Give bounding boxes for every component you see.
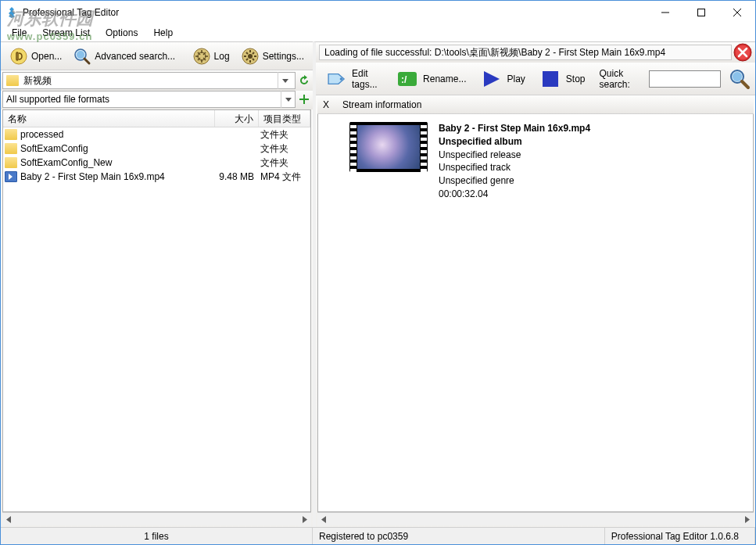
path-text: 新视频	[23, 74, 52, 88]
app-icon	[5, 6, 18, 19]
scroll-right-button[interactable]	[298, 513, 311, 526]
scroll-right-button-right[interactable]	[740, 513, 754, 526]
settings-icon	[241, 47, 260, 66]
stream-title: Stream information	[335, 99, 421, 110]
file-size: 9.48 MB	[213, 171, 257, 182]
filter-dropdown[interactable]: All supported file formats	[2, 91, 296, 108]
menu-options[interactable]: Options	[99, 26, 144, 40]
stream-body: Baby 2 - First Step Main 16x9.mp4 Unspec…	[317, 114, 754, 512]
list-item[interactable]: Baby 2 - First Step Main 16x9.mp49.48 MB…	[3, 170, 310, 184]
folder-icon	[6, 75, 19, 86]
menu-file[interactable]: File	[5, 26, 33, 40]
path-row: 新视频	[1, 70, 313, 91]
rename-icon: :/	[396, 68, 418, 90]
svg-rect-17	[543, 71, 558, 87]
file-type: 文件夹	[257, 156, 309, 170]
play-label: Play	[507, 74, 525, 84]
play-button[interactable]: Play	[474, 66, 531, 92]
left-toolbar: Open... Advanced search... Log Settings.	[1, 42, 313, 70]
svg-line-20	[742, 81, 748, 88]
file-type: MP4 文件	[257, 170, 309, 184]
media-item[interactable]: Baby 2 - First Step Main 16x9.mp4 Unspec…	[349, 122, 745, 201]
log-label: Log	[214, 51, 230, 62]
stop-button[interactable]: Stop	[533, 66, 592, 92]
svg-point-19	[733, 72, 742, 81]
column-name[interactable]: 名称	[3, 110, 215, 127]
stop-icon	[539, 68, 561, 90]
edit-tags-button[interactable]: Edit tags...	[321, 66, 389, 92]
horizontal-scrollbar-right[interactable]	[317, 512, 754, 525]
status-message: Loading of file successful: D:\tools\桌面\…	[319, 45, 732, 60]
list-header: 名称 大小 项目类型	[3, 110, 310, 127]
scroll-left-button-right[interactable]	[317, 513, 331, 526]
filter-row-wrap: All supported file formats	[1, 91, 313, 109]
horizontal-scrollbar[interactable]	[2, 512, 311, 525]
file-list[interactable]: 名称 大小 项目类型 processed文件夹SoftExamConfig文件夹…	[2, 109, 311, 512]
minimize-button[interactable]	[647, 1, 683, 24]
list-item[interactable]: SoftExamConfig_New文件夹	[3, 156, 310, 170]
file-name: SoftExamConfig_New	[20, 157, 213, 168]
open-icon	[9, 47, 28, 66]
advanced-search-label: Advanced search...	[95, 51, 175, 62]
right-panel: Loading of file successful: D:\tools\桌面\…	[313, 41, 755, 527]
list-item[interactable]: SoftExamConfig文件夹	[3, 142, 310, 156]
menu-stream-list[interactable]: Stream List	[36, 26, 96, 40]
edit-tags-label: Edit tags...	[352, 68, 382, 90]
column-type[interactable]: 项目类型	[259, 110, 310, 127]
rename-label: Rename...	[423, 74, 466, 84]
media-duration: 00:00:32.04	[439, 188, 590, 201]
menu-help[interactable]: Help	[147, 26, 179, 40]
path-dropdown-arrow[interactable]	[278, 72, 292, 89]
svg-rect-1	[698, 9, 705, 16]
search-button[interactable]	[729, 68, 751, 90]
folder-icon	[5, 157, 17, 168]
svg-text::/: :/	[401, 74, 407, 85]
close-stream-button[interactable]: X	[317, 99, 335, 110]
close-status-icon[interactable]	[733, 43, 752, 62]
filter-dropdown-arrow[interactable]	[281, 91, 295, 108]
path-input[interactable]: 新视频	[2, 72, 296, 89]
media-thumbnail	[349, 122, 428, 172]
search-icon	[73, 47, 91, 66]
file-name: processed	[20, 129, 213, 140]
svg-line-7	[84, 59, 89, 63]
refresh-button[interactable]	[297, 73, 311, 88]
quick-search-input[interactable]	[649, 70, 721, 88]
status-file-count: 1 files	[1, 528, 313, 544]
file-name: SoftExamConfig	[20, 143, 213, 154]
svg-point-14	[340, 77, 343, 81]
stop-label: Stop	[566, 74, 586, 84]
media-album: Unspecified album	[439, 135, 590, 149]
rename-button[interactable]: :/ Rename...	[390, 66, 472, 92]
open-button[interactable]: Open...	[5, 45, 66, 68]
media-info: Baby 2 - First Step Main 16x9.mp4 Unspec…	[439, 122, 590, 201]
log-button[interactable]: Log	[188, 45, 235, 68]
advanced-search-button[interactable]: Advanced search...	[68, 45, 180, 68]
media-release: Unspecified release	[439, 149, 590, 162]
window-title: Professional Tag Editor	[23, 7, 647, 18]
scroll-left-button[interactable]	[2, 513, 16, 526]
folder-icon	[5, 143, 17, 154]
add-button[interactable]	[297, 91, 311, 107]
folder-icon	[5, 129, 17, 140]
log-icon	[192, 47, 211, 66]
stream-header: X Stream information	[317, 95, 754, 114]
menubar: File Stream List Options Help	[1, 24, 755, 41]
file-type: 文件夹	[257, 142, 309, 156]
column-size[interactable]: 大小	[215, 110, 259, 127]
svg-point-6	[77, 51, 84, 59]
titlebar: Professional Tag Editor	[1, 1, 755, 24]
close-button[interactable]	[719, 1, 755, 24]
quick-search-label: Quick search:	[600, 68, 645, 90]
status-registered: Registered to pc0359	[313, 528, 605, 544]
maximize-button[interactable]	[683, 1, 719, 24]
file-type: 文件夹	[257, 128, 309, 142]
svg-point-4	[11, 48, 27, 64]
settings-button[interactable]: Settings...	[236, 45, 309, 68]
open-label: Open...	[31, 51, 62, 62]
filter-label: All supported file formats	[3, 94, 281, 105]
list-item[interactable]: processed文件夹	[3, 127, 310, 142]
action-toolbar: Edit tags... :/ Rename... Play Stop	[316, 63, 755, 95]
play-icon	[480, 68, 502, 90]
video-file-icon	[5, 171, 17, 182]
